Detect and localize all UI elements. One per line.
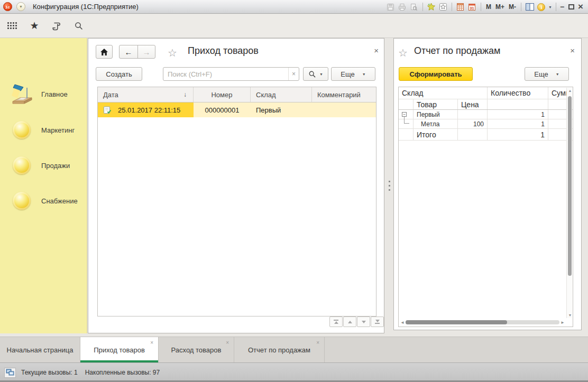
calendar-icon[interactable]: 31: [467, 2, 477, 12]
collapse-group-icon[interactable]: −: [402, 112, 407, 117]
search-icon: [308, 70, 316, 78]
memory-m-minus-button[interactable]: M-: [508, 3, 517, 11]
goods-receipt-panel: ← → ☆ Приход товаров × Создать × ▼ Еще ▼…: [88, 38, 384, 333]
create-button[interactable]: Создать: [96, 67, 142, 81]
yellow-sphere-icon: [10, 156, 34, 174]
print-preview-icon[interactable]: [409, 2, 419, 12]
close-panel-button[interactable]: ×: [374, 46, 379, 55]
go-next-button[interactable]: [357, 316, 370, 327]
report-row-detail[interactable]: Метла 100 1: [399, 119, 573, 129]
column-header-quantity[interactable]: Количество: [488, 87, 548, 99]
memory-m-button[interactable]: M: [485, 3, 492, 11]
close-tab-icon[interactable]: ×: [316, 340, 319, 346]
vertical-scrollbar[interactable]: ▲ ▼: [566, 88, 572, 318]
column-header-price[interactable]: Цена: [458, 99, 488, 109]
column-header-warehouse[interactable]: Склад: [399, 87, 488, 99]
group-price: [458, 110, 488, 119]
all-functions-grid-icon[interactable]: [7, 21, 17, 31]
group-name: Первый: [414, 110, 458, 119]
history-icon[interactable]: [51, 21, 62, 31]
search-icon[interactable]: [74, 21, 84, 31]
workspace: Главное Маркетинг Продажи Снабжение ← → …: [0, 38, 588, 337]
scroll-left-icon[interactable]: ◄: [399, 320, 406, 325]
forward-button[interactable]: →: [137, 45, 155, 59]
close-panel-button[interactable]: ×: [570, 46, 575, 55]
total-label: Итого: [414, 129, 458, 140]
toolbar-separator: [556, 3, 556, 11]
sort-descending-icon: ↓: [183, 91, 187, 98]
chevron-down-icon: ▼: [362, 72, 366, 76]
go-first-button[interactable]: [329, 316, 343, 327]
main-menu-button[interactable]: ▼: [16, 2, 25, 11]
favorites-star-icon[interactable]: ★: [29, 21, 40, 31]
more-button[interactable]: Еще ▼: [331, 67, 375, 81]
maximize-button[interactable]: [566, 2, 576, 12]
app-logo-1c-icon: 1с: [3, 2, 12, 11]
info-icon[interactable]: i: [537, 2, 546, 12]
page-title: Отчет по продажам: [414, 45, 500, 57]
clear-search-icon[interactable]: ×: [288, 68, 299, 80]
report-row-total[interactable]: Итого 1: [399, 129, 573, 141]
sidebar-item-main[interactable]: Главное: [0, 79, 87, 109]
go-last-button[interactable]: [371, 316, 384, 327]
scroll-right-icon[interactable]: ►: [559, 320, 566, 325]
column-header-comment[interactable]: Комментарий: [312, 87, 376, 102]
memory-m-plus-button[interactable]: M+: [494, 3, 506, 11]
more-button[interactable]: Еще ▼: [525, 67, 569, 81]
column-header-product[interactable]: Товар: [414, 99, 458, 109]
column-header-warehouse[interactable]: Склад: [251, 87, 312, 102]
sidebar-item-label: Снабжение: [41, 197, 78, 205]
product-quantity: 1: [488, 119, 548, 128]
close-tab-icon[interactable]: ×: [150, 340, 153, 346]
vertical-scrollbar-thumb[interactable]: [568, 96, 572, 276]
last-row-icon: [375, 320, 380, 322]
favorites-icon[interactable]: [438, 2, 448, 12]
sections-sidebar: Главное Маркетинг Продажи Снабжение: [0, 38, 87, 333]
go-previous-button[interactable]: [343, 316, 356, 327]
save-icon[interactable]: [386, 2, 396, 12]
sidebar-item-marketing[interactable]: Маркетинг: [0, 115, 87, 145]
info-dropdown-icon[interactable]: ▼: [548, 5, 552, 9]
print-icon[interactable]: [398, 2, 407, 12]
panel-splitter[interactable]: [387, 38, 392, 333]
calendar-day-label: 31: [470, 6, 474, 10]
add-favorite-icon[interactable]: [427, 2, 436, 12]
list-navigation-buttons: [329, 316, 384, 327]
scroll-down-icon[interactable]: ▼: [568, 313, 572, 317]
calculator-icon[interactable]: [456, 2, 465, 12]
chevron-down-icon: ▼: [19, 5, 23, 8]
close-window-button[interactable]: ×: [578, 2, 583, 12]
home-button[interactable]: [96, 45, 113, 59]
favorite-star-icon[interactable]: ☆: [398, 46, 408, 59]
tab-sales-report[interactable]: Отчет по продажам ×: [234, 337, 325, 363]
server-calls-icon[interactable]: [4, 368, 16, 378]
horizontal-scrollbar[interactable]: ◄ ►: [399, 319, 566, 326]
first-row-icon: [334, 321, 338, 324]
column-header-date[interactable]: Дата ↓: [98, 87, 194, 102]
table-row[interactable]: 25.01.2017 22:11:15 000000001 Первый: [98, 103, 376, 117]
split-window-icon[interactable]: [525, 2, 535, 12]
report-header-row-1: Склад Количество Сумм: [399, 87, 573, 99]
sidebar-item-label: Продажи: [41, 162, 70, 170]
chevron-down-icon: ▼: [319, 72, 323, 76]
tab-goods-receipt[interactable]: Приход товаров ×: [80, 337, 159, 363]
generate-report-button[interactable]: Сформировать: [399, 67, 473, 81]
minimize-button[interactable]: −: [560, 3, 564, 11]
column-header-number[interactable]: Номер: [194, 87, 251, 102]
tab-home-page[interactable]: Начальная страница: [0, 337, 80, 363]
close-tab-icon[interactable]: ×: [226, 340, 229, 346]
document-date: 25.01.2017 22:11:15: [118, 106, 180, 114]
favorite-star-icon[interactable]: ☆: [168, 46, 177, 59]
sidebar-item-supply[interactable]: Снабжение: [0, 186, 87, 216]
report-row-group[interactable]: − Первый 1: [399, 110, 573, 119]
back-button[interactable]: ←: [119, 45, 138, 59]
scroll-up-icon[interactable]: ▲: [568, 89, 572, 92]
tab-goods-issue[interactable]: Расход товаров ×: [159, 337, 234, 363]
search-button[interactable]: ▼: [303, 67, 328, 81]
horizontal-scrollbar-thumb[interactable]: [406, 320, 507, 324]
group-quantity: 1: [488, 110, 548, 119]
search-input[interactable]: [163, 70, 288, 78]
toolbar-separator: [481, 3, 481, 11]
toolbar-separator: [422, 3, 423, 11]
sidebar-item-sales[interactable]: Продажи: [0, 151, 87, 180]
